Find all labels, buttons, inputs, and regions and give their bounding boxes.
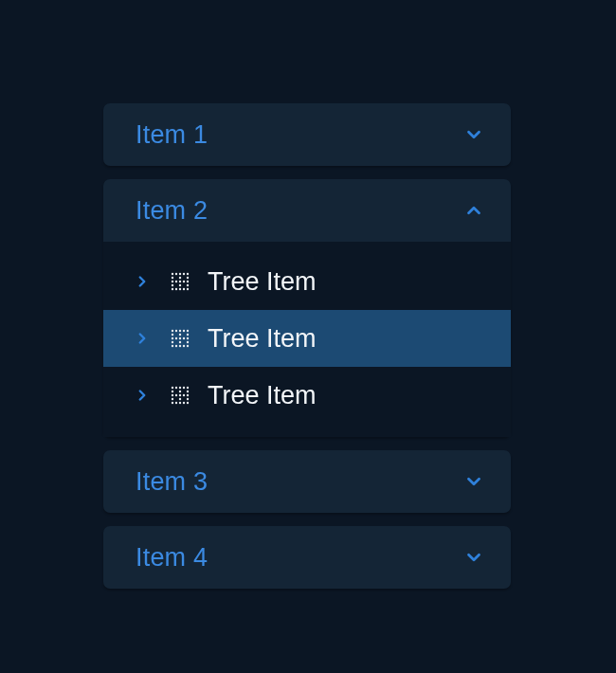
svg-point-17 xyxy=(175,288,177,290)
svg-point-40 xyxy=(183,345,185,347)
tree-item-label: Tree Item xyxy=(208,267,317,297)
svg-point-31 xyxy=(179,337,181,339)
svg-point-45 xyxy=(183,387,185,389)
svg-point-28 xyxy=(187,334,189,336)
svg-point-8 xyxy=(172,281,173,282)
svg-point-36 xyxy=(187,341,189,343)
svg-point-29 xyxy=(172,337,173,339)
svg-point-7 xyxy=(187,277,189,279)
chevron-up-icon xyxy=(462,198,486,223)
svg-point-10 xyxy=(179,281,181,282)
svg-point-44 xyxy=(179,387,181,389)
accordion-section-item-3: Item 3 xyxy=(103,450,511,513)
accordion-section-item-2: Item 2 Tree Item xyxy=(103,179,511,437)
svg-point-50 xyxy=(172,394,173,396)
svg-point-22 xyxy=(175,330,177,332)
tree-item[interactable]: Tree Item xyxy=(103,367,511,424)
svg-point-58 xyxy=(172,402,173,404)
accordion-header-item-3[interactable]: Item 3 xyxy=(103,450,511,513)
svg-point-5 xyxy=(172,277,173,279)
accordion-header-item-1[interactable]: Item 1 xyxy=(103,103,511,166)
chevron-right-icon xyxy=(132,385,153,406)
svg-point-33 xyxy=(187,337,189,339)
svg-point-48 xyxy=(179,391,181,392)
svg-point-34 xyxy=(172,341,173,343)
svg-point-41 xyxy=(187,345,189,347)
svg-point-56 xyxy=(179,398,181,400)
svg-point-19 xyxy=(183,288,185,290)
svg-point-6 xyxy=(179,277,181,279)
svg-point-23 xyxy=(179,330,181,332)
chevron-right-icon xyxy=(132,328,153,349)
svg-point-13 xyxy=(172,284,173,286)
svg-point-61 xyxy=(183,402,185,404)
svg-point-55 xyxy=(172,398,173,400)
svg-point-18 xyxy=(179,288,181,290)
svg-point-3 xyxy=(183,273,185,275)
tree-item-label: Tree Item xyxy=(208,381,317,410)
accordion-title: Item 2 xyxy=(136,196,208,226)
svg-point-14 xyxy=(179,284,181,286)
svg-point-59 xyxy=(175,402,177,404)
tree-item-label: Tree Item xyxy=(208,324,317,354)
svg-point-16 xyxy=(172,288,173,290)
border-clear-icon xyxy=(168,269,192,294)
accordion-header-item-2[interactable]: Item 2 xyxy=(103,179,511,242)
svg-point-26 xyxy=(172,334,173,336)
tree-item[interactable]: Tree Item xyxy=(103,253,511,310)
chevron-right-icon xyxy=(132,271,153,292)
svg-point-51 xyxy=(175,394,177,396)
chevron-down-icon xyxy=(462,469,486,494)
svg-point-52 xyxy=(179,394,181,396)
chevron-down-icon xyxy=(462,122,486,147)
svg-point-27 xyxy=(179,334,181,336)
border-clear-icon xyxy=(168,326,192,351)
svg-point-47 xyxy=(172,391,173,392)
svg-point-57 xyxy=(187,398,189,400)
svg-point-46 xyxy=(187,387,189,389)
svg-point-35 xyxy=(179,341,181,343)
svg-point-4 xyxy=(187,273,189,275)
accordion-title: Item 1 xyxy=(136,120,208,150)
accordion-title: Item 4 xyxy=(136,543,208,573)
svg-point-21 xyxy=(172,330,173,332)
accordion-header-item-4[interactable]: Item 4 xyxy=(103,526,511,589)
accordion-section-item-1: Item 1 xyxy=(103,103,511,166)
svg-point-32 xyxy=(183,337,185,339)
svg-point-25 xyxy=(187,330,189,332)
svg-point-49 xyxy=(187,391,189,392)
svg-point-15 xyxy=(187,284,189,286)
svg-point-9 xyxy=(175,281,177,282)
accordion-title: Item 3 xyxy=(136,467,208,497)
svg-point-30 xyxy=(175,337,177,339)
svg-point-42 xyxy=(172,387,173,389)
tree-item[interactable]: Tree Item xyxy=(103,310,511,367)
tree-body: Tree Item Tree Item Tree Item xyxy=(103,242,511,437)
accordion-section-item-4: Item 4 xyxy=(103,526,511,589)
svg-point-2 xyxy=(179,273,181,275)
svg-point-12 xyxy=(187,281,189,282)
svg-point-0 xyxy=(172,273,173,275)
svg-point-11 xyxy=(183,281,185,282)
svg-point-60 xyxy=(179,402,181,404)
svg-point-54 xyxy=(187,394,189,396)
svg-point-43 xyxy=(175,387,177,389)
svg-point-62 xyxy=(187,402,189,404)
svg-point-38 xyxy=(175,345,177,347)
svg-point-53 xyxy=(183,394,185,396)
chevron-down-icon xyxy=(462,545,486,570)
svg-point-37 xyxy=(172,345,173,347)
svg-point-20 xyxy=(187,288,189,290)
svg-point-24 xyxy=(183,330,185,332)
svg-point-1 xyxy=(175,273,177,275)
border-clear-icon xyxy=(168,383,192,408)
svg-point-39 xyxy=(179,345,181,347)
accordion-panel: Item 1 Item 2 Tree Item xyxy=(103,103,511,589)
